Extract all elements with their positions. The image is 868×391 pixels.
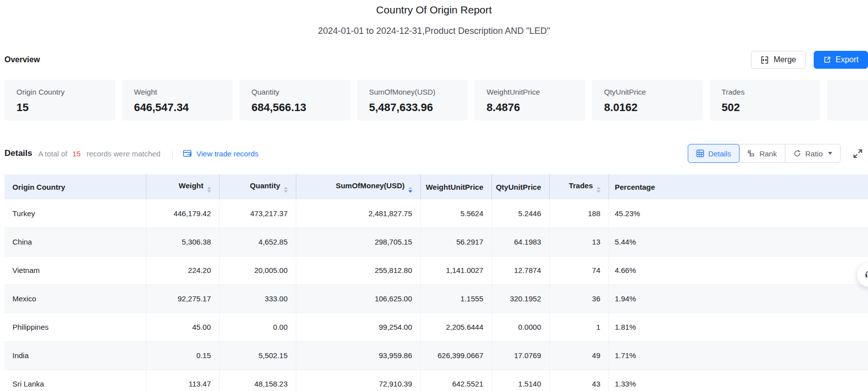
card-label: Quantity — [251, 87, 338, 97]
overview-cards: Origin Country 15 Weight 646,547.34 Quan… — [4, 80, 868, 121]
view-link-label: View trade records — [196, 149, 258, 158]
card-weight-unit-price: WeightUnitPrice 8.4876 — [475, 80, 585, 121]
page-title: Country Of Origin Report — [0, 3, 868, 17]
cell-weight-unit-price: 5.5624 — [420, 199, 492, 228]
card-label: QtyUnitPrice — [604, 87, 691, 97]
circular-arrow-icon — [793, 149, 801, 157]
card-trades: Trades 502 — [710, 80, 820, 121]
table-row: Sri Lanka 113.47 48,158.23 72,910.39 642… — [4, 370, 868, 391]
tab-rank[interactable]: Rank — [739, 144, 785, 163]
tab-details[interactable]: Details — [688, 144, 740, 163]
overview-bar: Overview Merge Export — [4, 50, 868, 70]
cell-origin-country: Mexico — [4, 284, 146, 313]
card-value: 8.0162 — [604, 101, 691, 114]
bar-chart-icon — [747, 149, 755, 157]
cell-qty-unit-price: 5.2446 — [492, 199, 549, 228]
cell-weight-unit-price: 642.5521 — [420, 370, 492, 391]
card-partial — [827, 80, 868, 121]
cell-percentage: 1.81% — [609, 313, 868, 341]
col-header-trades[interactable]: Trades — [549, 174, 609, 199]
cell-percentage: 5.44% — [609, 228, 868, 256]
card-value: 5,487,633.96 — [369, 101, 456, 114]
sort-icon[interactable] — [284, 187, 288, 193]
col-header-weight-unit-price: WeightUnitPrice — [420, 174, 492, 199]
card-label: SumOfMoney(USD) — [369, 87, 456, 97]
table-row: Mexico 92,275.17 333.00 106,625.00 1.155… — [4, 284, 868, 313]
cell-weight: 224.20 — [146, 256, 219, 284]
card-label: Origin Country — [16, 87, 103, 97]
report-header: Country Of Origin Report 2024-01-01 to 2… — [0, 0, 868, 37]
card-quantity: Quantity 684,566.13 — [240, 80, 350, 121]
cell-weight-unit-price: 1,141.0027 — [420, 256, 492, 284]
cell-quantity: 5,502.15 — [219, 341, 296, 370]
table-header-row: Origin Country Weight Quantity SumOfMone… — [4, 174, 868, 199]
cell-percentage: 1.71% — [609, 341, 868, 370]
cell-weight: 5,306.38 — [146, 228, 219, 256]
vertical-divider — [172, 149, 173, 158]
merge-button-label: Merge — [773, 55, 796, 64]
table-grid-icon — [696, 149, 704, 157]
cell-weight: 446,179.42 — [146, 199, 219, 228]
overview-actions: Merge Export — [751, 51, 868, 69]
sort-icon[interactable] — [597, 187, 601, 193]
cell-sum-of-money: 298,705.15 — [296, 228, 420, 256]
cell-qty-unit-price: 64.1983 — [492, 228, 549, 256]
tab-label: Details — [708, 149, 731, 158]
card-label: WeightUnitPrice — [487, 87, 573, 97]
details-heading: Details — [4, 148, 32, 158]
fullscreen-icon[interactable] — [853, 148, 863, 159]
cell-weight: 0.15 — [146, 341, 219, 370]
view-trade-records-link[interactable]: View trade records — [183, 149, 258, 158]
col-header-percentage: Percentage — [609, 174, 868, 199]
sort-icon[interactable] — [207, 187, 211, 193]
cell-origin-country: Sri Lanka — [4, 370, 146, 391]
details-bar: Details A total of 15 records were match… — [4, 143, 863, 163]
card-value: 502 — [722, 101, 808, 114]
overview-heading: Overview — [4, 55, 40, 64]
card-qty-unit-price: QtyUnitPrice 8.0162 — [592, 80, 703, 121]
cell-trades: 1 — [549, 313, 609, 341]
matched-prefix: A total of — [38, 149, 67, 158]
cell-weight: 45.00 — [146, 313, 219, 341]
cell-quantity: 4,652.85 — [219, 228, 296, 256]
table-row: Vietnam 224.20 20,005.00 255,812.80 1,14… — [4, 256, 868, 284]
export-button-label: Export — [836, 55, 859, 64]
cell-weight-unit-price: 626,399.0667 — [420, 341, 492, 370]
cell-trades: 49 — [549, 341, 609, 370]
details-left: Details A total of 15 records were match… — [4, 148, 258, 158]
cell-sum-of-money: 72,910.39 — [296, 370, 420, 391]
col-header-quantity[interactable]: Quantity — [219, 174, 296, 199]
headset-icon — [863, 269, 868, 281]
tab-ratio[interactable]: Ratio — [785, 144, 841, 163]
cell-origin-country: Vietnam — [4, 256, 146, 284]
cell-quantity: 473,217.37 — [219, 199, 296, 228]
cell-qty-unit-price: 0.0000 — [492, 313, 549, 341]
cell-weight-unit-price: 56.2917 — [420, 228, 492, 256]
cell-quantity: 0.00 — [219, 313, 296, 341]
cell-trades: 13 — [549, 228, 609, 256]
col-header-weight[interactable]: Weight — [146, 174, 219, 199]
export-button[interactable]: Export — [814, 51, 868, 69]
card-value: 8.4876 — [487, 101, 573, 114]
card-origin-country: Origin Country 15 — [4, 80, 115, 121]
col-header-origin-country: Origin Country — [4, 174, 146, 199]
card-sum-of-money: SumOfMoney(USD) 5,487,633.96 — [357, 80, 468, 121]
col-header-sum-of-money[interactable]: SumOfMoney(USD) — [296, 174, 420, 199]
cell-qty-unit-price: 12.7874 — [492, 256, 549, 284]
report-subtitle: 2024-01-01 to 2024-12-31,Product Descrip… — [0, 25, 868, 37]
export-icon — [823, 56, 831, 64]
table-row: Turkey 446,179.42 473,217.37 2,481,827.7… — [4, 199, 868, 228]
details-right: Details Rank — [688, 144, 863, 163]
cell-qty-unit-price: 17.0769 — [492, 341, 549, 370]
sort-icon-active-desc[interactable] — [408, 187, 412, 193]
cell-quantity: 48,158.23 — [219, 370, 296, 391]
card-label: Trades — [722, 87, 808, 97]
merge-button[interactable]: Merge — [751, 51, 805, 69]
cell-weight-unit-price: 2,205.6444 — [420, 313, 492, 341]
table-row: India 0.15 5,502.15 93,959.86 626,399.06… — [4, 341, 868, 370]
cell-sum-of-money: 93,959.86 — [296, 341, 420, 370]
tab-label: Ratio — [805, 149, 823, 158]
cell-percentage: 1.94% — [609, 284, 868, 313]
origin-country-table: Origin Country Weight Quantity SumOfMone… — [4, 174, 868, 391]
cell-quantity: 20,005.00 — [219, 256, 296, 284]
